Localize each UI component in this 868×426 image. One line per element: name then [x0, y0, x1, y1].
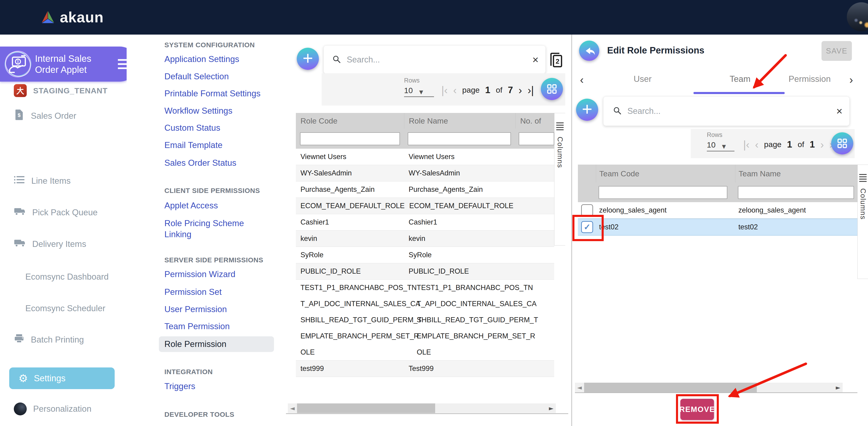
first-page-button[interactable]: |‹: [441, 86, 447, 94]
clear-search-icon[interactable]: ×: [836, 105, 842, 117]
last-page-button[interactable]: ›|: [527, 86, 534, 94]
table-row[interactable]: TEST1_P1_BRANCHABC_POS_TN T_API_DOC_INTE…: [296, 280, 554, 361]
sidebar-item-pick-pack-queue[interactable]: Pick Pack Queue: [0, 207, 98, 218]
table-row[interactable]: test999Test999: [296, 361, 554, 377]
column-header[interactable]: Role Name: [404, 113, 516, 129]
column-header[interactable]: Team Code: [596, 165, 735, 182]
table-row[interactable]: SyRoleSyRole: [296, 247, 554, 263]
edit-role-permissions-panel: Edit Role Permissions SAVE ‹ User Team P…: [575, 35, 868, 426]
add-team-button[interactable]: +: [576, 99, 598, 121]
table-row[interactable]: WY-SalesAdminWY-SalesAdmin: [296, 165, 554, 181]
svg-text:$: $: [18, 112, 21, 118]
nav-link-role-permission[interactable]: Role Permission: [164, 339, 226, 349]
next-page-button[interactable]: ›: [820, 141, 824, 148]
nav-link-triggers[interactable]: Triggers: [164, 381, 195, 391]
back-arrow-icon: [583, 45, 595, 57]
table-row[interactable]: PUBLIC_ID_ROLEPUBLIC_ID_ROLE: [296, 263, 554, 280]
save-button[interactable]: SAVE: [822, 41, 852, 61]
sidebar-item-batch-printing[interactable]: Batch Printing: [0, 334, 84, 345]
rows-per-page-value[interactable]: 10: [707, 140, 716, 149]
tabs-scroll-left-icon[interactable]: ‹: [580, 73, 584, 86]
chevron-down-icon[interactable]: ▼: [419, 89, 423, 95]
applet-title: Internal Sales Order Applet: [35, 53, 111, 75]
table-row[interactable]: zeloong_sales_agent zeloong_sales_agent: [578, 202, 858, 219]
clear-search-icon[interactable]: ×: [532, 54, 538, 66]
sidebar-item-personalization[interactable]: Personalization: [0, 402, 91, 416]
nav-link-permission-set[interactable]: Permission Set: [164, 287, 222, 297]
scroll-left-icon[interactable]: ◄: [288, 405, 297, 412]
filter-team-name-input[interactable]: [738, 186, 854, 199]
scrollbar-thumb[interactable]: [584, 383, 757, 392]
table-row-selected[interactable]: ✓ test02 test02: [578, 219, 858, 235]
columns-side-tab[interactable]: Columns: [554, 113, 565, 246]
nav-link-team-permission[interactable]: Team Permission: [164, 321, 230, 331]
horizontal-scrollbar[interactable]: ◄ ►: [575, 383, 843, 392]
column-header[interactable]: Team Name: [735, 165, 858, 182]
scrollbar-thumb[interactable]: [297, 403, 435, 413]
sidebar-item-ecomsync-dashboard[interactable]: Ecomsync Dashboard: [0, 272, 109, 282]
nav-link-custom-status[interactable]: Custom Status: [164, 123, 220, 133]
nav-link-application-settings[interactable]: Application Settings: [164, 54, 239, 64]
table-row[interactable]: Viewnet UsersViewnet Users: [296, 149, 554, 165]
scroll-left-icon[interactable]: ◄: [575, 384, 584, 391]
column-header[interactable]: Role Code: [296, 113, 404, 129]
column-header[interactable]: No. of: [516, 113, 554, 129]
add-role-button[interactable]: +: [297, 48, 319, 70]
table-row[interactable]: Cashier1Cashier1: [296, 214, 554, 230]
scroll-right-icon[interactable]: ►: [834, 384, 843, 391]
nav-link-permission-wizard[interactable]: Permission Wizard: [164, 269, 235, 279]
nav-link-default-selection[interactable]: Default Selection: [164, 72, 229, 81]
prev-page-button[interactable]: ‹: [453, 86, 457, 94]
tabs-scroll-right-icon[interactable]: ›: [849, 73, 853, 86]
tab-permission[interactable]: Permission: [788, 74, 848, 84]
nav-link-applet-access[interactable]: Applet Access: [164, 201, 218, 210]
roles-search-input[interactable]: [346, 55, 527, 65]
sidebar-item-tenant[interactable]: STAGING_TENANT: [0, 84, 107, 97]
column-settings-button[interactable]: [831, 132, 853, 154]
team-search-input[interactable]: [627, 106, 831, 116]
sidebar-item-settings[interactable]: ⚙ Settings: [9, 367, 115, 389]
table-row[interactable]: ECOM_TEAM_DEFAULT_ROLEECOM_TEAM_DEFAULT_…: [296, 198, 554, 214]
gear-icon: ⚙: [19, 373, 28, 384]
duplicate-view-icon[interactable]: 2: [549, 52, 563, 69]
filter-role-code-input[interactable]: [300, 132, 400, 145]
tab-team[interactable]: Team: [730, 74, 750, 84]
columns-side-tab[interactable]: Columns: [858, 165, 868, 279]
nav-link-printable-format-settings[interactable]: Printable Format Settings: [164, 89, 260, 98]
filter-role-name-input[interactable]: [408, 132, 511, 145]
applet-header[interactable]: Internal Sales Order Applet: [0, 47, 137, 82]
remove-button[interactable]: REMOVE: [680, 399, 714, 420]
row-checkbox-unchecked[interactable]: [581, 204, 593, 216]
next-page-button[interactable]: ›: [519, 86, 522, 94]
nav-link-email-template[interactable]: Email Template: [164, 140, 222, 150]
first-page-button[interactable]: |‹: [743, 141, 749, 148]
sidebar-item-delivery-items[interactable]: Delivery Items: [0, 238, 86, 250]
sidebar-item-line-items[interactable]: Line Items: [0, 175, 71, 187]
rows-per-page-value[interactable]: 10: [404, 86, 413, 95]
horizontal-scrollbar[interactable]: ◄ ►: [288, 403, 556, 413]
nav-link-role-pricing-scheme-linking[interactable]: Role Pricing Scheme Linking: [164, 218, 266, 240]
roles-search-bar: ×: [323, 46, 546, 74]
panel-bottom-border: [286, 413, 568, 414]
nav-section-title: SERVER SIDE PERMISSIONS: [164, 256, 263, 264]
printer-icon: [14, 334, 24, 345]
row-checkbox-checked[interactable]: ✓: [581, 221, 593, 233]
column-settings-button[interactable]: [541, 78, 563, 100]
nav-link-sales-order-status[interactable]: Sales Order Status: [164, 158, 237, 168]
prev-page-button[interactable]: ‹: [755, 141, 758, 148]
sidebar-item-sales-order[interactable]: $ Sales Order: [0, 109, 76, 123]
chevron-down-icon[interactable]: ▼: [722, 144, 726, 149]
table-row[interactable]: Purchase_Agents_ZainPurchase_Agents_Zain: [296, 181, 554, 198]
user-avatar[interactable]: [847, 2, 868, 31]
back-button[interactable]: [579, 40, 599, 61]
filter-team-code-input[interactable]: [599, 186, 727, 199]
nav-link-user-permission[interactable]: User Permission: [164, 305, 227, 314]
tab-user[interactable]: User: [633, 74, 652, 84]
teams-table: Team Code Team Name zeloong_sales_agent …: [578, 165, 858, 235]
sidebar-item-ecomsync-scheduler[interactable]: Ecomsync Scheduler: [0, 304, 105, 313]
scroll-right-icon[interactable]: ►: [547, 405, 556, 412]
page-label: page: [462, 86, 480, 94]
table-row[interactable]: kevinkevin: [296, 230, 554, 247]
filter-no-of-input[interactable]: [519, 132, 554, 145]
nav-link-workflow-settings[interactable]: Workflow Settings: [164, 106, 232, 116]
